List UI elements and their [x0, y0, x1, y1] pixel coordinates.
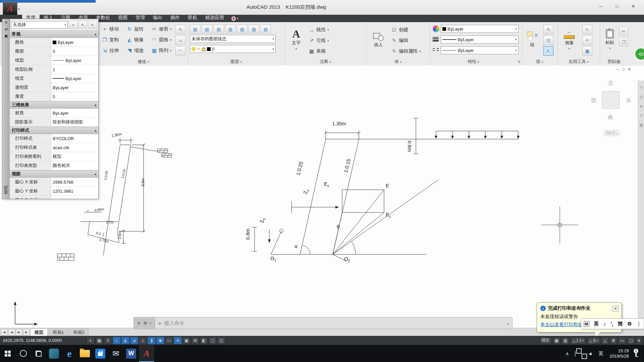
- compass-east[interactable]: 东: [626, 97, 631, 104]
- lock-ui-button[interactable]: ▭: [618, 337, 626, 344]
- panel-label-group[interactable]: 组 ▾: [522, 59, 557, 65]
- panel-label-utilities[interactable]: 实用工具 ▾: [557, 59, 600, 65]
- panel-label-annotation[interactable]: 注释 ▾: [284, 59, 366, 65]
- ime-settings-icon[interactable]: ⚙: [627, 321, 632, 327]
- leader-button[interactable]: ↗引线▾: [309, 36, 329, 45]
- property-row[interactable]: 圆心 Y 坐标1201.3861: [10, 187, 98, 196]
- dyn-input-toggle[interactable]: ▭: [165, 337, 173, 344]
- ungroup-button[interactable]: ✎: [543, 25, 553, 34]
- first-tab-icon[interactable]: ◀: [1, 329, 7, 336]
- ortho-toggle[interactable]: ∟: [113, 337, 121, 344]
- action-center-button[interactable]: 1: [632, 351, 640, 356]
- tab-plugins[interactable]: 插件: [166, 14, 184, 22]
- property-row[interactable]: 打印表类型颜色相关: [10, 161, 98, 170]
- compass-north[interactable]: 北: [608, 80, 613, 87]
- group-button[interactable]: ✳ 组: [523, 24, 541, 55]
- doc-minimize-icon[interactable]: ─: [616, 67, 620, 72]
- drawing-quickview-button[interactable]: ▥: [561, 337, 569, 344]
- nav-wheel-icon[interactable]: ◎: [638, 95, 644, 99]
- ribbon-state-caret-icon[interactable]: ▾: [237, 17, 238, 20]
- layer-isolate-button[interactable]: ▤: [213, 25, 224, 34]
- selection-cycling-toggle[interactable]: ◧: [200, 337, 208, 344]
- property-row[interactable]: 打印样式BYCOLOR: [10, 134, 98, 143]
- viewcube-face[interactable]: [602, 91, 620, 109]
- toggle-pickadd-button[interactable]: +: [69, 21, 77, 29]
- prev-tab-icon[interactable]: ◀: [8, 329, 15, 336]
- compass-south[interactable]: 南: [608, 114, 613, 121]
- layer-unlock-button[interactable]: ▤: [249, 25, 259, 34]
- ime-language-toggle[interactable]: 英: [594, 321, 599, 327]
- palette-title-strip[interactable]: ✕ ⇄ ▣ 特性: [2, 19, 10, 199]
- start-button[interactable]: [0, 345, 15, 362]
- property-row[interactable]: 透明度ByLayer: [10, 83, 98, 92]
- create-block-button[interactable]: ⊡创建: [391, 25, 408, 34]
- minimize-button[interactable]: ─: [593, 2, 608, 10]
- ime-logo-icon[interactable]: M: [584, 321, 589, 327]
- lineweight-dropdown[interactable]: ByLayer▾: [441, 36, 519, 44]
- edit-block-button[interactable]: ✎编辑: [391, 36, 408, 45]
- match-properties-button[interactable]: ✎: [175, 25, 185, 34]
- table-button[interactable]: ▦表格: [309, 47, 326, 56]
- property-row[interactable]: 圆心 X 坐标2966.5788: [10, 178, 98, 187]
- pinned-app-1[interactable]: [46, 345, 62, 362]
- group-select-toggle[interactable]: ↖: [543, 46, 553, 56]
- linear-dimension-button[interactable]: ↔线性▾: [309, 25, 329, 34]
- section-view[interactable]: 视图▴: [10, 170, 98, 178]
- osnap-toggle[interactable]: ⊿: [130, 337, 138, 344]
- property-row[interactable]: 厚度0: [10, 92, 98, 101]
- command-wrench-icon[interactable]: ⚒: [143, 321, 147, 326]
- ime-sound-icon[interactable]: ♪: [603, 321, 606, 327]
- tab-layout2[interactable]: 布局2: [69, 328, 89, 336]
- word-button[interactable]: W: [123, 345, 139, 362]
- edit-attributes-button[interactable]: ✎编辑属性▾: [391, 47, 421, 56]
- object-color-dropdown[interactable]: ByLayer▾: [441, 25, 519, 33]
- task-view-button[interactable]: [31, 345, 46, 362]
- close-button[interactable]: ✕: [626, 2, 641, 10]
- doc-close-icon[interactable]: ✕: [628, 67, 631, 72]
- nav-menu-icon[interactable]: ≡: [638, 85, 644, 90]
- tab-view[interactable]: 视图: [114, 14, 131, 22]
- chevron-down-icon[interactable]: ▾: [150, 321, 152, 325]
- hidden-icons-chevron[interactable]: ∧: [562, 351, 572, 356]
- record-icon[interactable]: [231, 16, 236, 21]
- layer-dropdown[interactable]: ☀ 0 ▾: [190, 45, 276, 53]
- calculator-button[interactable]: ▦: [582, 46, 592, 56]
- polar-toggle[interactable]: ∠: [121, 337, 129, 344]
- section-plot-style[interactable]: 打印样式▴: [10, 127, 98, 134]
- rotate-button[interactable]: ↻旋转: [126, 25, 144, 34]
- show-desktop-button[interactable]: [641, 345, 644, 362]
- property-row[interactable]: 线型比例1: [10, 65, 98, 74]
- property-row[interactable]: 线型ByLayer: [10, 56, 98, 65]
- id-point-button[interactable]: ⌖: [582, 36, 592, 45]
- palette-autohide-icon[interactable]: ⇄: [2, 26, 10, 33]
- command-close-icon[interactable]: ✕: [137, 321, 141, 326]
- mail-button[interactable]: ✉: [108, 345, 123, 362]
- annotation-scale-button[interactable]: △1:1▾: [570, 337, 586, 344]
- layer-properties-button[interactable]: ▤: [190, 25, 201, 34]
- layout-quickview-button[interactable]: ▦: [553, 337, 560, 344]
- search-button[interactable]: [15, 345, 31, 362]
- command-history-icon[interactable]: ▴: [507, 321, 509, 325]
- clean-screen-button[interactable]: ▾: [636, 337, 642, 344]
- grid-toggle[interactable]: #: [104, 337, 112, 344]
- panel-label-block[interactable]: 块 ▾: [366, 59, 430, 65]
- tab-output[interactable]: 输出: [149, 14, 166, 22]
- select-objects-button[interactable]: ↖: [78, 21, 87, 29]
- next-tab-icon[interactable]: ▶: [16, 329, 22, 336]
- navigation-bar[interactable]: ≡ ◎ ⊕ ↻ ▦: [638, 80, 644, 336]
- ime-punctuation-toggle[interactable]: ’,: [610, 321, 613, 327]
- copy-clip-button[interactable]: ❐: [619, 38, 628, 46]
- scale-button[interactable]: ◥缩放: [126, 46, 144, 55]
- 3d-box-button[interactable]: ▱: [175, 36, 185, 45]
- tab-model[interactable]: 模型: [30, 328, 48, 336]
- copy-button[interactable]: ❐复制: [102, 36, 119, 44]
- palette-properties-icon[interactable]: ▣: [2, 33, 10, 39]
- layer-off-button[interactable]: ▤: [202, 25, 212, 34]
- nav-showmotion-icon[interactable]: ▦: [638, 123, 644, 127]
- mirror-button[interactable]: ◭镜像: [126, 36, 144, 44]
- balloon-close-icon[interactable]: ✕: [612, 306, 619, 311]
- palette-close-icon[interactable]: ✕: [2, 19, 10, 26]
- layer-state-dropdown[interactable]: 未保存的图层状态▾: [190, 35, 276, 43]
- ducs-toggle[interactable]: ⊕: [156, 337, 164, 344]
- section-3d-effects[interactable]: 三维效果▴: [10, 101, 98, 109]
